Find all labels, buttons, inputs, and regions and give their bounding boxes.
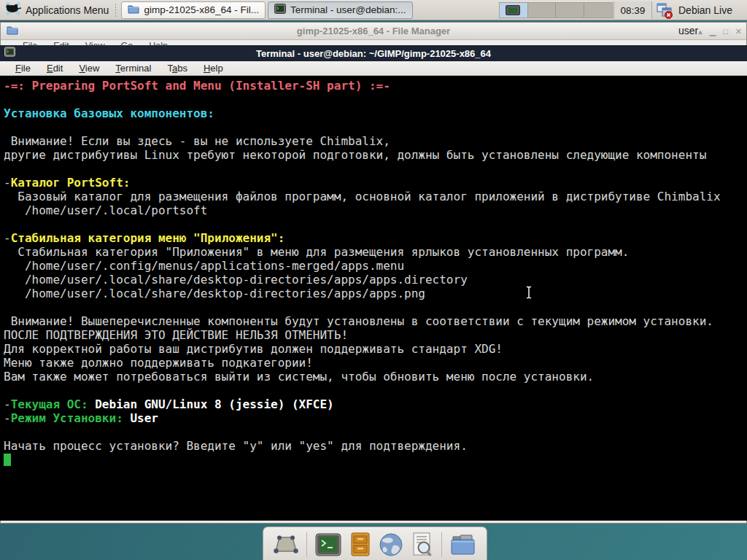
terminal-line — [4, 162, 747, 176]
menu-file[interactable]: File — [7, 61, 39, 76]
ibeam-mouse-cursor — [525, 286, 533, 302]
dock-separator — [441, 532, 442, 557]
file-manager-title: gimp-21025-x86_64 - File Manager — [1, 26, 746, 36]
panel-handle — [115, 3, 117, 18]
menu-edit[interactable]: Edit — [39, 61, 71, 76]
dock-separator — [306, 532, 307, 557]
terminal-line — [4, 425, 747, 439]
file-manager-titlebar[interactable]: gimp-21025-x86_64 - File Manager ▴ ▁ □ ✕ — [1, 23, 746, 40]
show-desktop-icon[interactable] — [274, 532, 298, 558]
workspace-pager — [499, 2, 613, 18]
terminal-cursor — [4, 454, 11, 466]
terminal-line — [4, 120, 747, 134]
terminal-line: /home/user/.config/menus/applications-me… — [4, 259, 747, 273]
close-button[interactable]: ✕ — [735, 27, 742, 36]
tray-windows-icon[interactable] — [656, 1, 673, 19]
terminal-line — [4, 93, 747, 106]
shade-button[interactable]: ▴ — [698, 27, 703, 36]
terminal-launcher-icon[interactable] — [315, 532, 341, 558]
applications-menu-label: Applications Menu — [26, 4, 109, 16]
menu-help[interactable]: Help — [196, 61, 231, 76]
terminal-line — [4, 217, 747, 231]
taskbar-button-file-manager[interactable]: gimp-21025-x86_64 - Fil... — [121, 1, 266, 19]
terminal-titlebar[interactable]: Terminal - user@debian: ~/GIMP/gimp-2102… — [0, 45, 747, 61]
terminal-line: Базовый каталог для размещения файлов пр… — [4, 190, 747, 203]
terminal-line — [4, 300, 747, 314]
terminal-line: Внимание! Вышеперечисленные компоненты б… — [4, 314, 747, 328]
taskbar-button-label: Terminal - user@debian:... — [290, 4, 406, 15]
terminal-line: Для корректной работы ваш дистрибутив до… — [4, 342, 747, 356]
terminal-line: Вам также может потребоваться выйти из с… — [4, 370, 747, 384]
session-user-label: Debian Live user — [678, 0, 747, 20]
clock: 08:39 — [614, 1, 652, 19]
workspace-1[interactable] — [500, 3, 528, 18]
taskbar-button-terminal[interactable]: Terminal - user@debian:... — [268, 1, 413, 19]
file-cabinet-icon[interactable] — [349, 532, 371, 558]
mini-terminal-window — [506, 5, 520, 15]
terminal-line: Установка базовых компонентов: — [4, 106, 747, 120]
terminal-line: /home/user/.local/share/desktop-director… — [4, 273, 747, 287]
workspace-2[interactable] — [528, 3, 557, 18]
terminal-line: Внимание! Если вы здесь - вы не использу… — [4, 134, 747, 148]
folder-icon — [7, 25, 18, 38]
terminal-icon — [4, 47, 15, 60]
file-search-icon[interactable] — [411, 532, 433, 558]
terminal-line: /home/user/.local/portsoft — [4, 203, 747, 217]
terminal-menubar: FileEditViewTerminalTabsHelp — [0, 61, 747, 76]
terminal-icon — [274, 4, 286, 16]
maximize-button[interactable]: □ — [723, 27, 728, 36]
workspace-3[interactable] — [556, 3, 584, 18]
web-browser-globe-icon[interactable] — [379, 532, 403, 558]
workspace-4[interactable] — [584, 3, 612, 18]
menu-terminal[interactable]: Terminal — [107, 61, 159, 76]
terminal-line: ПОСЛЕ ПОДТВЕРЖДЕНИЯ ЭТО ДЕЙСТВИЕ НЕЛЬЗЯ … — [4, 328, 747, 342]
terminal-line: Стабильная категория "Приложения" в меню… — [4, 245, 747, 259]
terminal-title: Terminal - user@debian: ~/GIMP/gimp-2102… — [0, 48, 747, 59]
terminal-line: -Каталог PortSoft: — [4, 176, 747, 190]
top-panel: Applications Menu gimp-21025-x86_64 - Fi… — [0, 0, 747, 20]
menu-tabs[interactable]: Tabs — [159, 61, 195, 76]
terminal-output[interactable]: -=: Preparing PortSoft and Menu (Install… — [0, 76, 747, 521]
terminal-line — [4, 453, 747, 467]
terminal-line: -Текущая ОС: Debian GNU/Linux 8 (jessie)… — [4, 397, 747, 411]
terminal-window: Terminal - user@debian: ~/GIMP/gimp-2102… — [0, 45, 747, 521]
terminal-line: другие дистрибутивы Linux требуют некото… — [4, 148, 747, 162]
terminal-line: Меню также должно поддерживать подкатего… — [4, 356, 747, 370]
file-manager-folder-icon[interactable] — [450, 532, 476, 558]
minimize-button[interactable]: ▁ — [710, 27, 716, 36]
xfce-logo-icon — [4, 0, 22, 20]
taskbar-button-label: gimp-21025-x86_64 - Fil... — [144, 4, 259, 15]
applications-menu-button[interactable]: Applications Menu — [0, 1, 113, 20]
terminal-line: Начать процесс установки? Введите "y" ил… — [4, 439, 747, 453]
menu-view[interactable]: View — [71, 61, 107, 76]
terminal-line: /home/user/.local/share/desktop-director… — [4, 287, 747, 300]
terminal-line — [4, 384, 747, 397]
dock-panel — [263, 526, 487, 560]
terminal-line: -Стабильная категория меню "Приложения": — [4, 231, 747, 245]
terminal-line: -Режим Установки: User — [4, 411, 747, 425]
terminal-line: -=: Preparing PortSoft and Menu (Install… — [4, 79, 747, 93]
folder-icon — [128, 4, 139, 16]
